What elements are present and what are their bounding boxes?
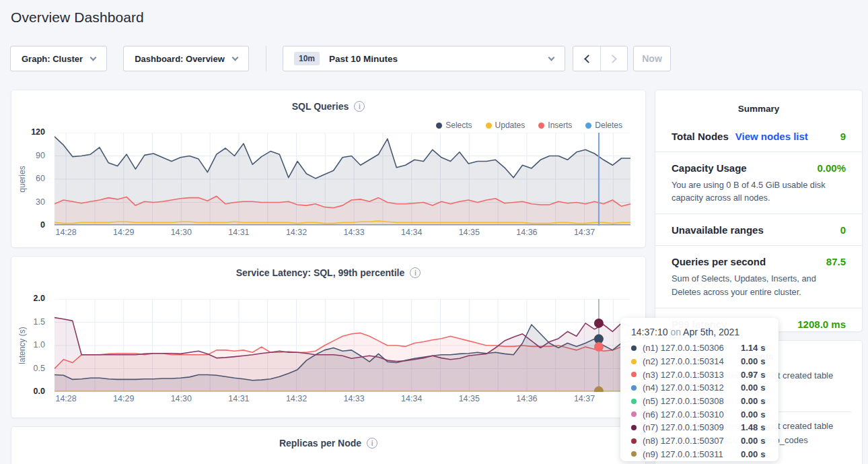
tooltip-latency-unit: s (760, 356, 765, 366)
node-color-dot-icon (631, 345, 637, 351)
summary-item: Queries per second87.5Sum of Selects, Up… (655, 246, 862, 308)
dashboard-dropdown[interactable]: Dashboard: Overview (123, 46, 249, 71)
y-tick-label: 0.0 (34, 387, 45, 396)
tooltip-date: Apr 5th, 2021 (683, 327, 739, 337)
node-color-dot-icon (631, 359, 637, 364)
y-tick-label: 90 (36, 151, 45, 160)
x-axis-ticks: 14:2814:2914:3014:3114:3214:3314:3414:35… (55, 394, 630, 405)
node-color-dot-icon (631, 399, 637, 404)
graph-scope-dropdown[interactable]: Graph: Cluster (10, 46, 107, 71)
x-tick-label: 14:33 (343, 394, 364, 403)
replicas-per-node-chart-panel: Replicas per Node i (11, 426, 646, 464)
tooltip-node-latency: 0.00 (741, 449, 758, 459)
tooltip-latency-unit: s (760, 436, 765, 446)
view-nodes-list-link[interactable]: View nodes list (735, 131, 808, 142)
now-button[interactable]: Now (633, 46, 671, 71)
y-tick-label: 2.0 (34, 294, 45, 303)
dashboard-label: Dashboard: Overview (135, 54, 225, 64)
legend-item-deletes: Deletes (585, 121, 622, 130)
summary-item-label: Capacity Usage (672, 162, 747, 174)
tooltip-latency-unit: s (760, 422, 765, 432)
legend-label: Deletes (595, 121, 622, 130)
x-tick-label: 14:31 (228, 394, 249, 403)
node-color-dot-icon (631, 425, 637, 430)
sql-queries-chart-title: SQL Queries (292, 101, 349, 112)
tooltip-node-latency: 1.14 (741, 343, 758, 353)
replicas-per-node-chart-title: Replicas per Node (279, 438, 361, 449)
x-tick-label: 14:34 (401, 228, 422, 237)
info-icon[interactable]: i (354, 101, 365, 112)
y-tick-label: 30 (36, 197, 45, 207)
x-tick-label: 14:31 (228, 228, 249, 237)
summary-item: Unavailable ranges0 (655, 214, 862, 246)
node-color-dot-icon (631, 451, 637, 457)
sql-queries-legend: SelectsUpdatesInsertsDeletes (436, 121, 622, 130)
sql-queries-plot[interactable] (55, 133, 630, 226)
legend-item-selects: Selects (436, 121, 472, 130)
summary-item-label: Queries per second (672, 256, 766, 267)
info-icon[interactable]: i (410, 267, 421, 278)
tooltip-node-row: (n8) 127.0.0.1:503070.00s (631, 434, 768, 448)
x-tick-label: 14:36 (516, 394, 537, 403)
summary-item-value: 1208.0 ms (797, 319, 846, 330)
y-axis-ticks: 0306090120 (11, 133, 50, 226)
tooltip-node-row: (n6) 127.0.0.1:503100.00s (631, 407, 768, 421)
tooltip-latency-unit: s (760, 370, 765, 380)
x-tick-label: 14:28 (55, 394, 76, 403)
tooltip-node-address: (n2) 127.0.0.1:50314 (643, 356, 741, 366)
tooltip-connector: on (670, 327, 681, 337)
x-tick-label: 14:34 (401, 394, 422, 403)
tooltip-node-address: (n9) 127.0.0.1:50311 (643, 449, 741, 459)
info-icon[interactable]: i (367, 438, 377, 449)
y-tick-label: 0.5 (34, 364, 45, 373)
legend-dot-icon (538, 123, 544, 129)
tooltip-node-latency: 0.00 (741, 436, 758, 446)
x-tick-label: 14:33 (343, 228, 364, 237)
summary-title: Summary (655, 90, 862, 114)
summary-item-value: 87.5 (826, 256, 846, 267)
tooltip-node-latency: 0.00 (741, 396, 758, 406)
legend-label: Inserts (548, 121, 572, 130)
x-axis-ticks: 14:2814:2914:3014:3114:3214:3314:3414:35… (55, 228, 630, 238)
service-latency-chart-title: Service Latency: SQL, 99th percentile (236, 267, 405, 278)
y-tick-label: 1.0 (34, 340, 45, 350)
tooltip-time: 14:37:10 (631, 327, 668, 337)
tooltip-node-latency: 0.00 (741, 383, 758, 393)
tooltip-node-address: (n6) 127.0.0.1:50310 (643, 409, 741, 420)
toolbar-divider (266, 46, 266, 71)
next-time-button[interactable] (600, 46, 627, 71)
time-range-dropdown[interactable]: 10m Past 10 Minutes (283, 46, 565, 71)
summary-panel: Summary Total NodesView nodes list9Capac… (655, 90, 863, 332)
tooltip-node-row: (n2) 127.0.0.1:503140.00s (631, 355, 768, 368)
x-tick-label: 14:28 (55, 228, 76, 237)
summary-items: Total NodesView nodes list9Capacity Usag… (655, 121, 862, 332)
legend-dot-icon (486, 123, 492, 129)
prev-time-button[interactable] (573, 46, 600, 71)
tooltip-node-rows: (n1) 127.0.0.1:503061.14s(n2) 127.0.0.1:… (631, 341, 768, 461)
overview-dashboard-page: Overview Dashboard Graph: Cluster Dashbo… (0, 0, 868, 464)
y-tick-label: 1.5 (34, 317, 45, 327)
legend-label: Selects (445, 121, 472, 130)
x-tick-label: 14:30 (171, 394, 192, 403)
summary-item-subtext: You are using 0 B of 4.5 GiB usable disk… (672, 178, 846, 204)
service-latency-plot[interactable] (55, 299, 630, 392)
page-title: Overview Dashboard (11, 9, 144, 26)
x-tick-label: 14:36 (516, 228, 537, 237)
time-window-badge: 10m (294, 52, 320, 65)
summary-item: Total NodesView nodes list9 (655, 121, 862, 152)
y-tick-label: 0 (40, 220, 45, 230)
legend-dot-icon (585, 123, 591, 129)
tooltip-node-row: (n5) 127.0.0.1:503080.00s (631, 395, 768, 408)
summary-item-value: 0 (840, 224, 846, 236)
x-tick-label: 14:32 (286, 394, 307, 403)
tooltip-node-address: (n3) 127.0.0.1:50313 (643, 370, 741, 380)
tooltip-node-address: (n7) 127.0.0.1:50309 (643, 422, 741, 432)
tooltip-node-address: (n4) 127.0.0.1:50312 (643, 383, 741, 393)
sql-queries-chart-panel: SQL Queries i SelectsUpdatesInsertsDelet… (11, 90, 646, 248)
graph-scope-label: Graph: Cluster (22, 54, 83, 64)
tooltip-node-row: (n1) 127.0.0.1:503061.14s (631, 341, 768, 355)
tooltip-node-row: (n3) 127.0.0.1:503130.97s (631, 368, 768, 381)
chevron-down-icon (231, 54, 238, 61)
tooltip-latency-unit: s (760, 409, 765, 420)
tooltip-node-latency: 0.00 (741, 409, 758, 420)
